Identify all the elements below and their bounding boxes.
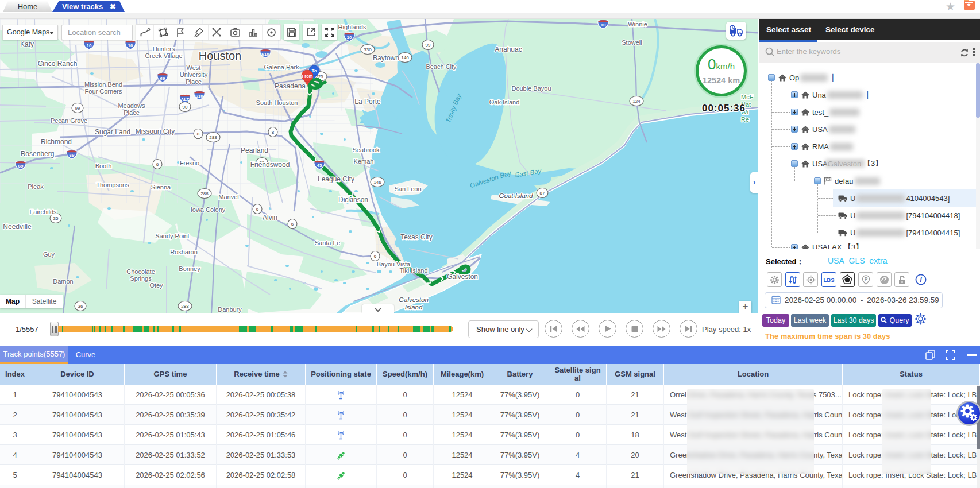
svg-text:La Porte: La Porte <box>354 98 381 106</box>
svg-text:288: 288 <box>200 191 209 196</box>
svg-text:6: 6 <box>156 162 159 167</box>
svg-text:6: 6 <box>374 254 377 259</box>
svg-text:Houston: Houston <box>199 49 242 62</box>
svg-text:Double Bayou: Double Bayou <box>511 85 551 92</box>
svg-text:Seabrook: Seabrook <box>352 146 380 153</box>
svg-text:10: 10 <box>87 43 92 48</box>
svg-text:Dickinson: Dickinson <box>338 196 368 204</box>
svg-text:Springs: Springs <box>130 275 152 282</box>
svg-text:45: 45 <box>317 163 322 168</box>
svg-text:330: 330 <box>364 47 372 52</box>
svg-text:Place: Place <box>124 109 140 116</box>
svg-text:League City: League City <box>318 175 354 183</box>
svg-text:Thompsons: Thompsons <box>96 181 129 188</box>
svg-text:Pecan Grove: Pecan Grove <box>51 117 87 124</box>
svg-text:San Leon: San Leon <box>394 185 421 192</box>
svg-text:Fresno: Fresno <box>180 160 199 166</box>
svg-text:Booth: Booth <box>95 162 112 169</box>
svg-text:Baytown: Baytown <box>373 54 399 62</box>
svg-text:69: 69 <box>18 164 24 169</box>
svg-text:69: 69 <box>160 76 165 81</box>
svg-text:10: 10 <box>601 22 606 28</box>
svg-text:South Houston: South Houston <box>256 99 298 106</box>
svg-text:Galveston: Galveston <box>399 296 429 303</box>
svg-text:Cinco Ranch: Cinco Ranch <box>38 60 78 68</box>
svg-text:Meadows: Meadows <box>118 102 145 109</box>
svg-text:6: 6 <box>291 222 294 227</box>
svg-text:Fairchilds: Fairchilds <box>29 208 57 215</box>
svg-text:8: 8 <box>272 130 275 135</box>
svg-text:146: 146 <box>373 180 381 185</box>
svg-text:West: West <box>187 64 201 71</box>
svg-text:Needville: Needville <box>3 223 32 231</box>
svg-text:University: University <box>180 71 208 78</box>
svg-text:146: 146 <box>401 55 409 60</box>
svg-text:Tiki Island: Tiki Island <box>399 267 427 274</box>
svg-text:Anahuac: Anahuac <box>495 45 522 53</box>
svg-text:Pearland: Pearland <box>241 146 268 154</box>
svg-text:Damon: Damon <box>53 278 73 285</box>
svg-text:99: 99 <box>426 42 431 48</box>
svg-text:Guy: Guy <box>43 251 55 258</box>
svg-text:Highlands: Highlands <box>338 24 366 30</box>
svg-text:Beach City: Beach City <box>426 63 457 70</box>
svg-text:Galena Park: Galena Park <box>264 64 299 71</box>
svg-text:Rosenberg: Rosenberg <box>21 150 55 158</box>
svg-text:10: 10 <box>128 43 133 48</box>
svg-text:Pasadena: Pasadena <box>275 82 306 90</box>
svg-text:Galveston: Galveston <box>447 273 478 281</box>
svg-text:Place: Place <box>186 78 202 85</box>
svg-text:Alvin: Alvin <box>263 214 277 222</box>
svg-text:10: 10 <box>347 35 352 40</box>
svg-text:P: P <box>864 276 867 282</box>
svg-text:Mission Bend: Mission Bend <box>84 81 122 88</box>
svg-text:288: 288 <box>209 135 217 140</box>
svg-text:Texas City: Texas City <box>400 233 432 241</box>
svg-text:6: 6 <box>256 207 259 212</box>
svg-text:Island: Island <box>405 304 423 311</box>
svg-text:Iowa Colony: Iowa Colony <box>191 206 226 213</box>
svg-text:8: 8 <box>197 131 200 137</box>
svg-text:Chocolate: Chocolate <box>126 268 155 275</box>
svg-text:ALT: ALT <box>181 97 190 102</box>
svg-text:Sugar Land: Sugar Land <box>95 128 130 136</box>
svg-text:124: 124 <box>632 99 641 104</box>
svg-text:Goat Island: Goat Island <box>499 192 533 199</box>
svg-text:Stowell: Stowell <box>622 39 642 46</box>
svg-text:Re: Re <box>741 116 749 123</box>
svg-text:610: 610 <box>261 52 269 57</box>
svg-text:Sandy Point: Sandy Point <box>155 233 189 239</box>
svg-text:Otey: Otey <box>149 282 163 289</box>
svg-text:Sienna: Sienna <box>151 184 171 191</box>
svg-text:288: 288 <box>181 304 189 309</box>
svg-text:i: i <box>920 276 922 284</box>
svg-text:Rosharon: Rosharon <box>170 249 198 255</box>
svg-text:35: 35 <box>53 216 59 221</box>
svg-text:Manvel: Manvel <box>218 193 238 200</box>
svg-text:Danbury: Danbury <box>218 306 242 313</box>
svg-text:From: From <box>302 73 313 79</box>
svg-text:69: 69 <box>70 153 75 158</box>
svg-text:Katy: Katy <box>20 40 34 48</box>
svg-text:Pleak: Pleak <box>28 183 44 190</box>
svg-text:Bonney: Bonney <box>179 265 200 272</box>
svg-text:Four Corners: Four Corners <box>85 88 122 95</box>
svg-text:Hunters: Hunters <box>153 45 175 52</box>
svg-text:610: 610 <box>195 94 203 99</box>
svg-text:99: 99 <box>75 106 80 111</box>
svg-text:36: 36 <box>78 304 83 309</box>
svg-text:Friendswood: Friendswood <box>250 161 290 169</box>
svg-text:87: 87 <box>540 191 545 196</box>
svg-text:Creek Village: Creek Village <box>145 52 182 59</box>
svg-text:McF: McF <box>741 94 754 100</box>
svg-text:Kemah: Kemah <box>354 158 374 165</box>
svg-text:Oak Island: Oak Island <box>489 99 520 106</box>
svg-text:90: 90 <box>183 104 188 110</box>
svg-text:Richmond: Richmond <box>41 138 72 146</box>
svg-text:Winnie: Winnie <box>628 21 647 28</box>
svg-text:Santa Fe: Santa Fe <box>315 239 341 246</box>
svg-text:Missouri City: Missouri City <box>136 127 175 135</box>
